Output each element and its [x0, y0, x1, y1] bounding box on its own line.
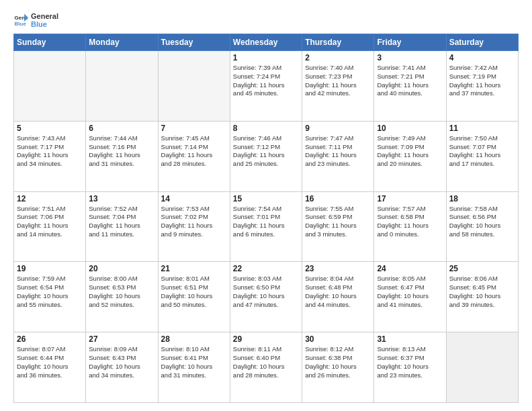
day-number: 13 [89, 194, 154, 203]
cell-info: Sunrise: 7:40 AM Sunset: 7:23 PM Dayligh… [305, 64, 371, 98]
day-number: 25 [449, 264, 515, 273]
calendar-cell: 2Sunrise: 7:40 AM Sunset: 7:23 PM Daylig… [302, 51, 374, 122]
day-number: 24 [377, 264, 443, 273]
cell-info: Sunrise: 7:57 AM Sunset: 6:58 PM Dayligh… [377, 205, 443, 239]
calendar-cell: 12Sunrise: 7:51 AM Sunset: 7:06 PM Dayli… [14, 191, 86, 262]
calendar-cell [446, 332, 518, 403]
day-number: 21 [161, 264, 227, 273]
cell-info: Sunrise: 7:39 AM Sunset: 7:24 PM Dayligh… [233, 64, 299, 98]
calendar-week-1: 1Sunrise: 7:39 AM Sunset: 7:24 PM Daylig… [14, 51, 519, 122]
cell-info: Sunrise: 7:58 AM Sunset: 6:56 PM Dayligh… [449, 205, 515, 239]
cell-info: Sunrise: 8:05 AM Sunset: 6:47 PM Dayligh… [377, 275, 443, 309]
cell-info: Sunrise: 7:59 AM Sunset: 6:54 PM Dayligh… [17, 275, 83, 309]
svg-text:Blue: Blue [14, 21, 26, 27]
cell-info: Sunrise: 7:50 AM Sunset: 7:07 PM Dayligh… [449, 134, 515, 169]
day-number: 12 [17, 194, 83, 203]
day-number: 18 [449, 194, 515, 203]
calendar-cell [158, 51, 230, 122]
cell-info: Sunrise: 8:11 AM Sunset: 6:40 PM Dayligh… [233, 345, 299, 379]
calendar-cell: 9Sunrise: 7:47 AM Sunset: 7:11 PM Daylig… [302, 121, 374, 191]
calendar-week-4: 19Sunrise: 7:59 AM Sunset: 6:54 PM Dayli… [14, 262, 519, 332]
day-number: 22 [233, 264, 299, 273]
cell-info: Sunrise: 7:53 AM Sunset: 7:02 PM Dayligh… [161, 205, 227, 239]
calendar-cell: 1Sunrise: 7:39 AM Sunset: 7:24 PM Daylig… [230, 51, 302, 122]
cell-info: Sunrise: 7:51 AM Sunset: 7:06 PM Dayligh… [17, 205, 83, 239]
day-number: 27 [89, 334, 154, 344]
calendar-cell: 30Sunrise: 8:12 AM Sunset: 6:38 PM Dayli… [302, 332, 374, 403]
calendar-cell: 10Sunrise: 7:49 AM Sunset: 7:09 PM Dayli… [374, 121, 446, 191]
logo-general: General [31, 12, 58, 20]
calendar-cell: 27Sunrise: 8:09 AM Sunset: 6:43 PM Dayli… [86, 332, 158, 403]
day-number: 4 [449, 53, 515, 62]
cell-info: Sunrise: 7:45 AM Sunset: 7:14 PM Dayligh… [161, 134, 227, 169]
logo: General Blue General Blue [13, 12, 58, 28]
calendar-cell: 24Sunrise: 8:05 AM Sunset: 6:47 PM Dayli… [374, 262, 446, 332]
cell-info: Sunrise: 7:43 AM Sunset: 7:17 PM Dayligh… [17, 134, 83, 169]
calendar-cell: 29Sunrise: 8:11 AM Sunset: 6:40 PM Dayli… [230, 332, 302, 403]
weekday-header-thursday: Thursday [302, 34, 374, 51]
calendar-cell: 25Sunrise: 8:06 AM Sunset: 6:45 PM Dayli… [446, 262, 518, 332]
calendar-cell: 14Sunrise: 7:53 AM Sunset: 7:02 PM Dayli… [158, 191, 230, 262]
cell-info: Sunrise: 8:09 AM Sunset: 6:43 PM Dayligh… [89, 345, 154, 379]
weekday-header-wednesday: Wednesday [230, 34, 302, 51]
day-number: 1 [233, 53, 299, 62]
calendar-cell: 22Sunrise: 8:03 AM Sunset: 6:50 PM Dayli… [230, 262, 302, 332]
calendar-cell: 20Sunrise: 8:00 AM Sunset: 6:53 PM Dayli… [86, 262, 158, 332]
calendar-cell [14, 51, 86, 122]
weekday-header-tuesday: Tuesday [158, 34, 230, 51]
day-number: 2 [305, 53, 371, 62]
day-number: 26 [17, 334, 83, 344]
cell-info: Sunrise: 8:04 AM Sunset: 6:48 PM Dayligh… [305, 275, 371, 309]
calendar-cell: 13Sunrise: 7:52 AM Sunset: 7:04 PM Dayli… [86, 191, 158, 262]
weekday-header-friday: Friday [374, 34, 446, 51]
cell-info: Sunrise: 7:52 AM Sunset: 7:04 PM Dayligh… [89, 205, 154, 239]
calendar-cell: 26Sunrise: 8:07 AM Sunset: 6:44 PM Dayli… [14, 332, 86, 403]
day-number: 3 [377, 53, 443, 62]
calendar-cell: 18Sunrise: 7:58 AM Sunset: 6:56 PM Dayli… [446, 191, 518, 262]
calendar-cell: 17Sunrise: 7:57 AM Sunset: 6:58 PM Dayli… [374, 191, 446, 262]
logo-blue: Blue [31, 20, 58, 28]
logo-icon: General Blue [13, 13, 28, 28]
cell-info: Sunrise: 7:42 AM Sunset: 7:19 PM Dayligh… [449, 64, 515, 98]
calendar-week-5: 26Sunrise: 8:07 AM Sunset: 6:44 PM Dayli… [14, 332, 519, 403]
day-number: 7 [161, 124, 227, 133]
calendar-week-3: 12Sunrise: 7:51 AM Sunset: 7:06 PM Dayli… [14, 191, 519, 262]
day-number: 17 [377, 194, 443, 203]
calendar-cell: 19Sunrise: 7:59 AM Sunset: 6:54 PM Dayli… [14, 262, 86, 332]
day-number: 19 [17, 264, 83, 273]
day-number: 6 [89, 124, 154, 133]
calendar-table: SundayMondayTuesdayWednesdayThursdayFrid… [13, 34, 519, 403]
cell-info: Sunrise: 7:49 AM Sunset: 7:09 PM Dayligh… [377, 134, 443, 169]
page-header: General Blue General Blue [13, 12, 519, 28]
day-number: 29 [233, 334, 299, 344]
calendar-cell: 16Sunrise: 7:55 AM Sunset: 6:59 PM Dayli… [302, 191, 374, 262]
cell-info: Sunrise: 8:00 AM Sunset: 6:53 PM Dayligh… [89, 275, 154, 309]
calendar-cell: 8Sunrise: 7:46 AM Sunset: 7:12 PM Daylig… [230, 121, 302, 191]
calendar-cell: 6Sunrise: 7:44 AM Sunset: 7:16 PM Daylig… [86, 121, 158, 191]
weekday-header-sunday: Sunday [14, 34, 86, 51]
cell-info: Sunrise: 8:12 AM Sunset: 6:38 PM Dayligh… [305, 345, 371, 379]
weekday-header-row: SundayMondayTuesdayWednesdayThursdayFrid… [14, 34, 519, 51]
day-number: 15 [233, 194, 299, 203]
cell-info: Sunrise: 7:54 AM Sunset: 7:01 PM Dayligh… [233, 205, 299, 239]
calendar-week-2: 5Sunrise: 7:43 AM Sunset: 7:17 PM Daylig… [14, 121, 519, 191]
calendar-cell: 4Sunrise: 7:42 AM Sunset: 7:19 PM Daylig… [446, 51, 518, 122]
calendar-cell: 5Sunrise: 7:43 AM Sunset: 7:17 PM Daylig… [14, 121, 86, 191]
calendar-cell: 23Sunrise: 8:04 AM Sunset: 6:48 PM Dayli… [302, 262, 374, 332]
calendar-cell: 15Sunrise: 7:54 AM Sunset: 7:01 PM Dayli… [230, 191, 302, 262]
cell-info: Sunrise: 8:03 AM Sunset: 6:50 PM Dayligh… [233, 275, 299, 309]
day-number: 11 [449, 124, 515, 133]
day-number: 10 [377, 124, 443, 133]
cell-info: Sunrise: 7:44 AM Sunset: 7:16 PM Dayligh… [89, 134, 154, 169]
day-number: 8 [233, 124, 299, 133]
day-number: 5 [17, 124, 83, 133]
cell-info: Sunrise: 7:47 AM Sunset: 7:11 PM Dayligh… [305, 134, 371, 169]
day-number: 23 [305, 264, 371, 273]
day-number: 31 [377, 334, 443, 344]
day-number: 9 [305, 124, 371, 133]
weekday-header-saturday: Saturday [446, 34, 518, 51]
cell-info: Sunrise: 7:41 AM Sunset: 7:21 PM Dayligh… [377, 64, 443, 98]
weekday-header-monday: Monday [86, 34, 158, 51]
calendar-cell: 31Sunrise: 8:13 AM Sunset: 6:37 PM Dayli… [374, 332, 446, 403]
cell-info: Sunrise: 7:55 AM Sunset: 6:59 PM Dayligh… [305, 205, 371, 239]
